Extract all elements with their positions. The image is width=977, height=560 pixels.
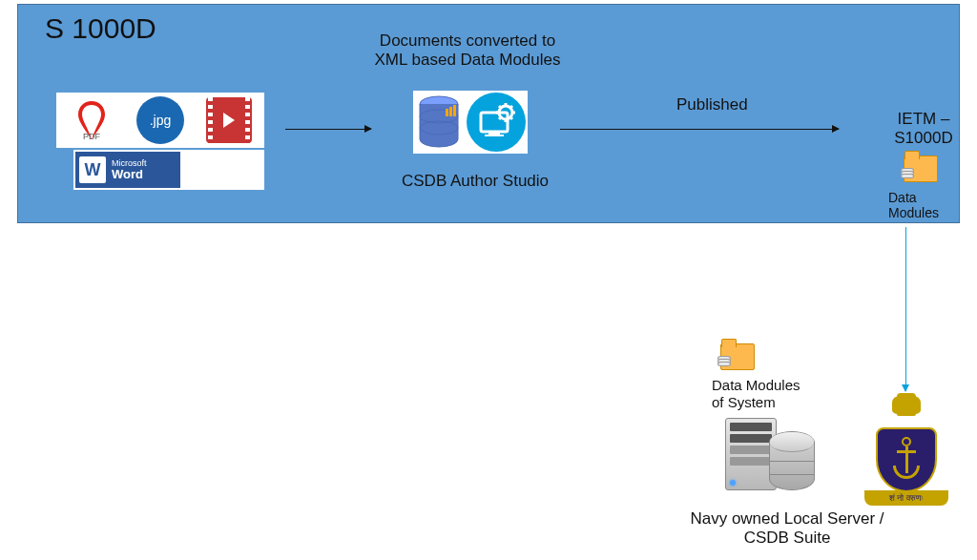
word-big: Word [112, 168, 147, 180]
jpg-text: .jpg [150, 113, 172, 128]
input-file-types: PDF .jpg W Microsoft Word [56, 93, 264, 190]
file-row-1: PDF .jpg [56, 93, 264, 148]
docs-line1: Documents converted to [358, 31, 577, 51]
csdb-author-studio-icons [413, 91, 528, 154]
svg-rect-5 [449, 107, 452, 116]
dm-system-l1: Data Modules [712, 377, 800, 394]
data-modules-label: Data Modules [888, 190, 959, 220]
word-icon: W Microsoft Word [75, 152, 180, 188]
file-row-2: W Microsoft Word [73, 150, 264, 190]
documents-converted-label: Documents converted to XML based Data Mo… [358, 31, 577, 71]
svg-text:PDF: PDF [83, 132, 101, 141]
svg-line-16 [509, 116, 512, 119]
svg-line-18 [509, 106, 512, 109]
arrow-to-navy-server [905, 227, 906, 391]
dm-system-l2: of System [712, 394, 800, 411]
s1000d-panel: S 1000D PDF .jpg W Microsoft [17, 4, 960, 223]
indian-navy-emblem-icon: शं नो वरुणः [859, 393, 954, 515]
svg-rect-9 [485, 135, 504, 136]
arrow-to-csdb [285, 129, 371, 130]
jpg-circle: .jpg [136, 96, 184, 144]
svg-line-15 [499, 106, 502, 109]
data-modules-folder-icon [904, 156, 938, 182]
navy-motto: शं नो वरुणः [864, 490, 948, 506]
server-database-icon [769, 431, 815, 490]
database-icon [415, 93, 463, 151]
svg-rect-8 [488, 132, 500, 135]
pdf-icon: PDF [58, 94, 125, 146]
jpg-icon: .jpg [127, 94, 194, 146]
csdb-author-studio-label: CSDB Author Studio [402, 172, 549, 191]
svg-rect-7 [481, 113, 508, 132]
svg-line-17 [499, 116, 502, 119]
system-data-modules-folder-icon [720, 343, 755, 370]
panel-title: S 1000D [45, 12, 156, 45]
ietm-line1: IETM – [890, 110, 957, 129]
ietm-line2: S1000D [890, 129, 957, 148]
published-label: Published [676, 95, 748, 114]
data-modules-of-system-label: Data Modules of System [712, 377, 800, 411]
ietm-label: IETM – S1000D [890, 110, 957, 149]
docs-line2: XML based Data Modules [358, 51, 577, 70]
navy-l2: CSDB Suite [677, 529, 897, 548]
authoring-tool-icon [467, 93, 526, 152]
svg-rect-6 [453, 105, 456, 116]
server-icon [725, 418, 815, 490]
arrow-to-ietm [560, 129, 839, 130]
svg-rect-4 [446, 109, 448, 116]
video-icon [196, 94, 262, 146]
navy-server-label: Navy owned Local Server / CSDB Suite [677, 509, 897, 549]
